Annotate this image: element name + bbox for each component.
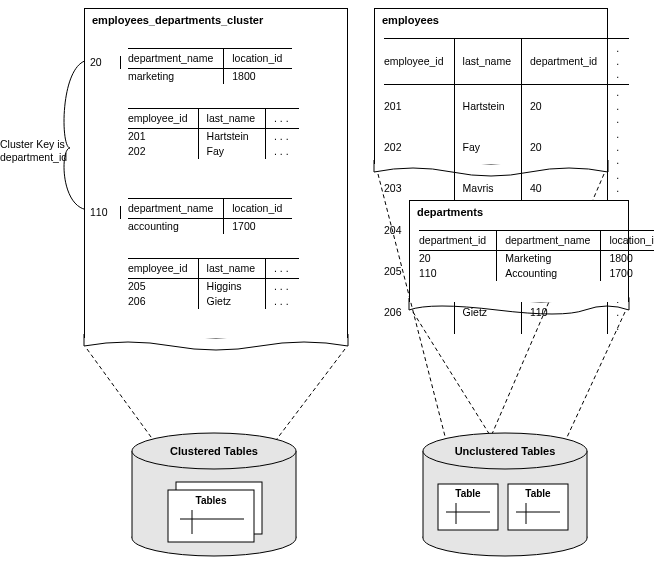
departments-table: department_id department_name location_i… xyxy=(419,230,654,281)
clustered-tables-cylinder: Clustered Tables Tables xyxy=(132,433,296,556)
svg-text:Table: Table xyxy=(455,488,481,499)
employees-panel-title: employees xyxy=(374,8,608,32)
cluster-key: 110 xyxy=(90,206,121,219)
table-row: 202 Fay . . . xyxy=(128,144,299,159)
table-row: 201Hartstein20. . . xyxy=(384,85,629,127)
departments-panel: departments department_id department_nam… xyxy=(409,200,629,302)
dept-table: department_name location_id marketing 18… xyxy=(128,48,292,84)
table-row: 110Accounting1700 xyxy=(419,266,654,281)
table-card-a: Table xyxy=(438,484,498,530)
table-row: 201 Hartstein . . . xyxy=(128,129,299,145)
svg-text:Unclustered Tables: Unclustered Tables xyxy=(455,445,556,457)
table-card-b: Table xyxy=(508,484,568,530)
svg-text:Table: Table xyxy=(525,488,551,499)
departments-panel-title: departments xyxy=(409,200,629,224)
emp-table: employee_id last_name . . . 205 Higgins … xyxy=(128,258,299,309)
table-row: 20Marketing1800 xyxy=(419,251,654,267)
table-row: marketing 1800 xyxy=(128,69,292,85)
cluster-panel: employees_departments_cluster 20 departm… xyxy=(84,8,348,338)
dept-table: department_name location_id accounting 1… xyxy=(128,198,292,234)
cluster-key: 20 xyxy=(90,56,121,69)
svg-text:Tables: Tables xyxy=(196,495,227,506)
tables-card: Tables xyxy=(168,482,262,542)
table-row: accounting 1700 xyxy=(128,219,292,235)
table-row: 205 Higgins . . . xyxy=(128,279,299,295)
svg-line-1 xyxy=(270,349,345,448)
svg-text:Clustered Tables: Clustered Tables xyxy=(170,445,258,457)
table-row: 202Fay20. . . xyxy=(384,127,629,168)
employees-panel: employees employee_id last_name departme… xyxy=(374,8,608,164)
emp-table: employee_id last_name . . . 201 Hartstei… xyxy=(128,108,299,159)
table-row: 206 Gietz . . . xyxy=(128,294,299,309)
svg-line-0 xyxy=(87,349,159,448)
cluster-panel-title: employees_departments_cluster xyxy=(84,8,348,32)
cluster-key-label: Cluster Key is department_id xyxy=(0,138,80,163)
unclustered-tables-cylinder: Unclustered Tables Table Table xyxy=(423,433,587,556)
